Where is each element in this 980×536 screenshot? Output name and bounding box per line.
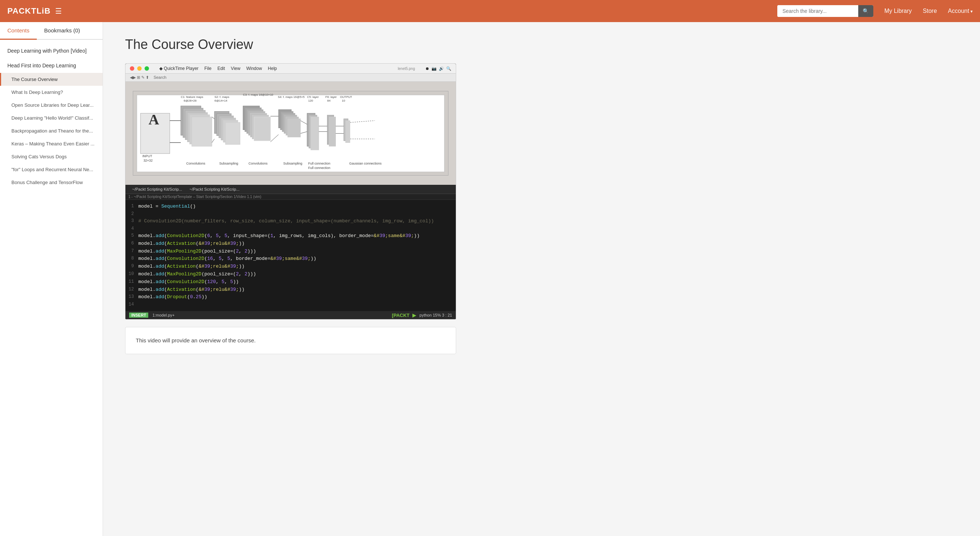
svg-text:S2: f. maps: S2: f. maps (215, 95, 229, 98)
search-input[interactable] (777, 5, 858, 17)
qt-menu-file: File (205, 66, 212, 71)
page-title: The Course Overview (125, 37, 456, 52)
svg-text:Subsampling: Subsampling (283, 162, 302, 165)
line-number: 14 (126, 301, 138, 308)
svg-text:C3: f. maps 16@10×10: C3: f. maps 16@10×10 (243, 93, 274, 96)
code-line: 9model.add(Activation(&#39;relu&#39;)) (126, 263, 456, 271)
qt-logo: ◆ QuickTime Player (159, 66, 199, 71)
play-button[interactable]: ▶ (412, 312, 417, 318)
sidebar-item-open-source[interactable]: Open Source Libraries for Deep Lear... (0, 99, 103, 112)
nn-diagram: A INPUT 32×32 C1: feature maps 6@28×28 S… (126, 82, 456, 185)
line-content: model.add(MaxPooling2D(pool_size=(2, 2))… (138, 248, 456, 255)
statusbar-right: [PACKT ▶ python 15% 3 : 21 (392, 312, 452, 318)
sidebar-item-deep-learning-python[interactable]: Deep Learning with Python [Video] (0, 43, 103, 58)
line-number: 4 (126, 225, 138, 232)
code-line: 5model.add(Convolution2D(6, 5, 5, input_… (126, 232, 456, 240)
svg-text:Gaussian connections: Gaussian connections (349, 162, 382, 165)
code-statusbar: INSERT 1:model.py+ [PACKT ▶ python 15% 3… (126, 311, 456, 319)
insert-badge: INSERT (129, 313, 148, 318)
svg-text:6@14×14: 6@14×14 (215, 99, 228, 102)
svg-text:32×32: 32×32 (143, 159, 153, 162)
qt-menu: ◆ QuickTime Player File Edit View Window… (159, 66, 277, 71)
svg-text:Subsampling: Subsampling (219, 162, 239, 165)
packt-logo-badge: [PACKT (392, 313, 409, 318)
code-line: 13model.add(Dropout(0.25)) (126, 294, 456, 301)
svg-rect-45 (329, 117, 336, 146)
main-layout: Contents Bookmarks (0) Deep Learning wit… (0, 22, 980, 536)
description-text: This video will provide an overview of t… (136, 336, 445, 345)
code-line: 11model.add(Convolution2D(120, 5, 5)) (126, 278, 456, 286)
line-number: 11 (126, 278, 138, 286)
svg-text:INPUT: INPUT (142, 154, 152, 158)
svg-text:10: 10 (342, 99, 345, 102)
video-container[interactable]: ◆ QuickTime Player File Edit View Window… (125, 63, 456, 319)
qt-menu-help: Help (268, 66, 277, 71)
line-content: model.add(Convolution2D(6, 5, 5, input_s… (138, 232, 456, 240)
code-line: 14 (126, 301, 456, 308)
qt-maximize-dot (145, 66, 149, 71)
line-content: model = Sequential() (138, 203, 456, 211)
logo-text: PACKTLiB (7, 6, 51, 16)
svg-text:C5: layer: C5: layer (307, 95, 319, 98)
svg-text:S4: f. maps 16@5×5: S4: f. maps 16@5×5 (278, 95, 305, 98)
line-number: 6 (126, 240, 138, 248)
sidebar-item-what-is-deep-learning[interactable]: What Is Deep Learning? (0, 86, 103, 99)
description-box: This video will provide an overview of t… (125, 327, 456, 354)
qt-filename: lenet5.png (398, 67, 415, 71)
line-content: model.add(Convolution2D(16, 5, 5, border… (138, 255, 456, 263)
line-content: model.add(Dropout(0.25)) (138, 294, 456, 301)
search-button[interactable]: 🔍 (858, 5, 873, 17)
tab-contents[interactable]: Contents (0, 22, 37, 40)
account-link[interactable]: Account (948, 8, 973, 14)
svg-rect-41 (311, 117, 319, 150)
statusbar-position: 1:model.py+ (152, 313, 174, 317)
sidebar-item-cats-dogs[interactable]: Solving Cats Versus Dogs (0, 150, 103, 163)
svg-text:F6: layer: F6: layer (326, 95, 337, 98)
hamburger-icon[interactable]: ☰ (55, 6, 62, 16)
line-content: model.add(Activation(&#39;relu&#39;)) (138, 286, 456, 294)
svg-text:Full connection: Full connection (308, 166, 330, 170)
svg-rect-49 (345, 120, 350, 142)
header-nav: 🔍 My Library Store Account (777, 5, 973, 17)
line-content: model.add(Activation(&#39;relu&#39;)) (138, 240, 456, 248)
tab-bookmarks[interactable]: Bookmarks (0) (37, 22, 88, 40)
line-number: 12 (126, 286, 138, 294)
qt-toolbar-controls: ◀▶ ⊞ ✎ ⬆ Search (130, 75, 166, 80)
svg-text:OUTPUT: OUTPUT (340, 95, 352, 98)
line-content (138, 225, 456, 232)
svg-rect-29 (254, 117, 270, 140)
sidebar-items: Deep Learning with Python [Video] Head F… (0, 40, 103, 193)
main-content: The Course Overview ◆ QuickTime Player F… (103, 22, 471, 536)
code-line: 6model.add(Activation(&#39;relu&#39;)) (126, 240, 456, 248)
logo-area: PACKTLiB ☰ (7, 6, 62, 16)
line-number: 1 (126, 203, 138, 211)
svg-rect-21 (226, 122, 240, 144)
sidebar-item-bonus[interactable]: Bonus Challenge and TensorFlow (0, 176, 103, 189)
my-library-link[interactable]: My Library (885, 8, 912, 14)
line-number: 9 (126, 263, 138, 271)
qt-controls: ⏺📷🔊 🔍 (425, 66, 451, 71)
code-editor-tabs: ~/Packt Scripting Kit/Scrip... ~/Packt S… (126, 185, 456, 194)
svg-text:A: A (149, 111, 159, 128)
sidebar: Contents Bookmarks (0) Deep Learning wit… (0, 22, 103, 536)
sidebar-item-hello-world[interactable]: Deep Learning "Hello World!" Classif... (0, 112, 103, 124)
search-container: 🔍 (777, 5, 873, 17)
code-line: 7model.add(MaxPooling2D(pool_size=(2, 2)… (126, 248, 456, 255)
store-link[interactable]: Store (923, 8, 937, 14)
sidebar-item-course-overview[interactable]: The Course Overview (0, 73, 103, 86)
code-tab-1: ~/Packt Scripting Kit/Scrip... (128, 186, 186, 192)
sidebar-item-head-first[interactable]: Head First into Deep Learning (0, 58, 103, 73)
code-line: 12model.add(Activation(&#39;relu&#39;)) (126, 286, 456, 294)
qt-titlebar: ◆ QuickTime Player File Edit View Window… (126, 64, 456, 73)
line-number: 2 (126, 211, 138, 218)
code-line: 4 (126, 225, 456, 232)
qt-close-dot (130, 66, 134, 71)
line-number: 3 (126, 218, 138, 225)
sidebar-item-for-loops[interactable]: "for" Loops and Recurrent Neural Ne... (0, 163, 103, 176)
svg-text:Convolutions: Convolutions (249, 162, 268, 165)
sidebar-item-backprop[interactable]: Backpropagation and Theano for the... (0, 124, 103, 137)
sidebar-item-keras[interactable]: Keras – Making Theano Even Easier ... (0, 137, 103, 150)
code-line: 10model.add(MaxPooling2D(pool_size=(2, 2… (126, 271, 456, 278)
statusbar-left: INSERT 1:model.py+ (129, 313, 175, 317)
line-content (138, 211, 456, 218)
